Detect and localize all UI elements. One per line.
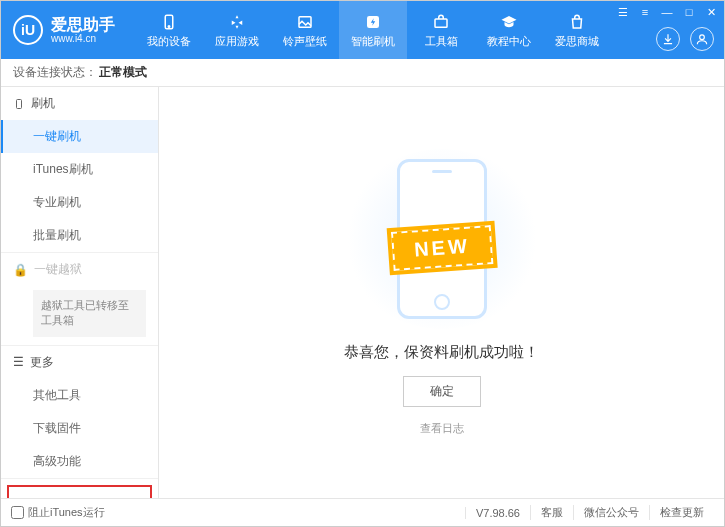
sidebar-item-other-tools[interactable]: 其他工具 — [1, 379, 158, 412]
sidebar-item-advanced[interactable]: 高级功能 — [1, 445, 158, 478]
brand-logo-icon: iU — [13, 15, 43, 45]
sidebar-item-download-firmware[interactable]: 下载固件 — [1, 412, 158, 445]
brand-title: 爱思助手 — [51, 16, 115, 34]
window-controls: ☰ ≡ — □ ✕ — [616, 5, 718, 19]
apps-icon — [227, 12, 247, 32]
brand-subtitle: www.i4.cn — [51, 33, 115, 44]
sidebar-group-more[interactable]: ☰ 更多 — [1, 346, 158, 379]
footer-link-wechat[interactable]: 微信公众号 — [573, 505, 649, 520]
status-value: 正常模式 — [99, 64, 147, 81]
main-content: NEW 恭喜您，保资料刷机成功啦！ 确定 查看日志 — [159, 87, 724, 498]
sidebar-group-flash[interactable]: 刷机 — [1, 87, 158, 120]
status-label: 设备连接状态： — [13, 64, 97, 81]
sidebar-item-oneclick-flash[interactable]: 一键刷机 — [1, 120, 158, 153]
block-itunes-checkbox[interactable]: 阻止iTunes运行 — [11, 505, 105, 520]
bag-icon — [567, 12, 587, 32]
settings-icon[interactable]: ≡ — [638, 5, 652, 19]
graduation-icon — [499, 12, 519, 32]
sidebar-item-pro-flash[interactable]: 专业刷机 — [1, 186, 158, 219]
new-ribbon: NEW — [390, 225, 492, 271]
phone-small-icon — [13, 98, 25, 110]
svg-rect-6 — [17, 99, 22, 108]
footer-link-update[interactable]: 检查更新 — [649, 505, 714, 520]
app-header: iU 爱思助手 www.i4.cn 我的设备 应用游戏 铃声壁纸 智能刷机 — [1, 1, 724, 59]
brand: iU 爱思助手 www.i4.cn — [1, 15, 127, 45]
nav-tutorials[interactable]: 教程中心 — [475, 1, 543, 59]
toolbox-icon — [431, 12, 451, 32]
nav-my-device[interactable]: 我的设备 — [135, 1, 203, 59]
jailbreak-moved-note: 越狱工具已转移至工具箱 — [33, 290, 146, 337]
phone-icon — [159, 12, 179, 32]
menu-icon[interactable]: ☰ — [616, 5, 630, 19]
view-log-link[interactable]: 查看日志 — [420, 421, 464, 436]
user-button[interactable] — [690, 27, 714, 51]
sidebar: 刷机 一键刷机 iTunes刷机 专业刷机 批量刷机 🔒 一键越狱 越狱工具已转… — [1, 87, 159, 498]
nav-toolbox[interactable]: 工具箱 — [407, 1, 475, 59]
svg-rect-4 — [435, 19, 447, 27]
minimize-icon[interactable]: — — [660, 5, 674, 19]
maximize-icon[interactable]: □ — [682, 5, 696, 19]
nav-ringtones[interactable]: 铃声壁纸 — [271, 1, 339, 59]
nav-apps-games[interactable]: 应用游戏 — [203, 1, 271, 59]
svg-point-5 — [700, 35, 705, 40]
flash-icon — [363, 12, 383, 32]
version-label: V7.98.66 — [465, 507, 530, 519]
status-bar: 设备连接状态： 正常模式 — [1, 59, 724, 87]
footer-link-support[interactable]: 客服 — [530, 505, 573, 520]
sidebar-item-batch-flash[interactable]: 批量刷机 — [1, 219, 158, 252]
success-illustration: NEW — [342, 149, 542, 329]
success-message: 恭喜您，保资料刷机成功啦！ — [344, 343, 539, 362]
ok-button[interactable]: 确定 — [403, 376, 481, 407]
image-icon — [295, 12, 315, 32]
highlighted-options-box: 自动激活 跳过向导 — [7, 485, 152, 498]
svg-point-1 — [168, 25, 170, 27]
lock-icon: 🔒 — [13, 263, 28, 277]
footer: 阻止iTunes运行 V7.98.66 客服 微信公众号 检查更新 — [1, 498, 724, 526]
top-nav: 我的设备 应用游戏 铃声壁纸 智能刷机 工具箱 教程中心 — [135, 1, 611, 59]
sidebar-group-jailbreak: 🔒 一键越狱 — [1, 253, 158, 286]
download-button[interactable] — [656, 27, 680, 51]
close-icon[interactable]: ✕ — [704, 5, 718, 19]
more-icon: ☰ — [13, 355, 24, 369]
nav-smart-flash[interactable]: 智能刷机 — [339, 1, 407, 59]
sidebar-item-itunes-flash[interactable]: iTunes刷机 — [1, 153, 158, 186]
nav-store[interactable]: 爱思商城 — [543, 1, 611, 59]
